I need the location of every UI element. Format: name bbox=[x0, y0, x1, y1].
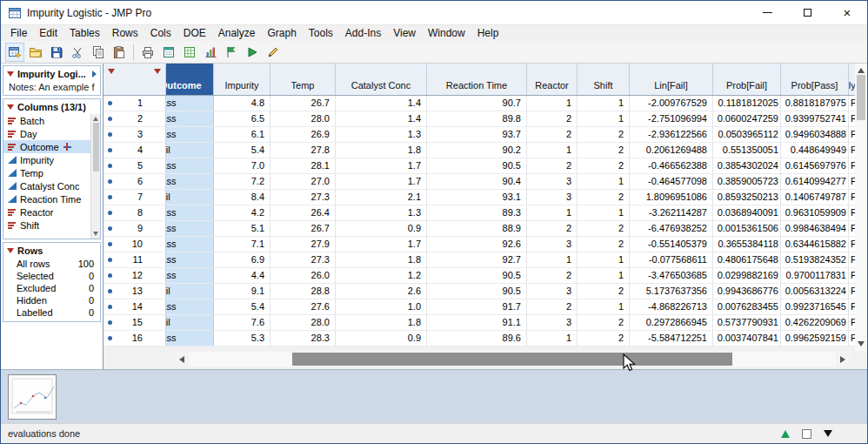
cell-prob_fail[interactable]: 0.0503965112 bbox=[713, 127, 781, 143]
cell-temp[interactable]: 27.8 bbox=[270, 143, 336, 158]
menu-view[interactable]: View bbox=[387, 25, 422, 42]
cell-reactor[interactable]: 1 bbox=[527, 205, 578, 221]
column-item-day[interactable]: Day bbox=[3, 127, 90, 140]
cell-impurity[interactable]: 6.5 bbox=[214, 111, 270, 127]
cell-prob_pass[interactable]: 0.9496034888 bbox=[781, 127, 849, 143]
cell-reaction_time[interactable]: 93.1 bbox=[427, 190, 527, 205]
cell-shift[interactable]: 2 bbox=[578, 127, 630, 143]
menu-tables[interactable]: Tables bbox=[63, 25, 106, 42]
cell-prob_fail[interactable]: 0.0015361506 bbox=[713, 221, 781, 237]
cell-prob_fail[interactable]: 0.5737790931 bbox=[713, 315, 781, 331]
cell-reaction_time[interactable]: 93.7 bbox=[427, 127, 527, 143]
cell-prob_fail[interactable]: 0.8593250213 bbox=[713, 190, 781, 205]
cell-temp[interactable]: 28.8 bbox=[270, 284, 336, 299]
column-item-catalyst-conc[interactable]: Catalyst Conc bbox=[3, 179, 90, 192]
cell-temp[interactable]: 28.0 bbox=[270, 315, 336, 331]
cell-lin_fail[interactable]: 0.2061269488 bbox=[630, 143, 713, 158]
cell-temp[interactable]: 26.7 bbox=[270, 96, 336, 111]
cell-outcome[interactable]: Pass bbox=[166, 96, 214, 111]
menu-analyze[interactable]: Analyze bbox=[212, 25, 262, 42]
cell-impurity[interactable]: 4.4 bbox=[214, 268, 270, 284]
rows-stat-all-rows[interactable]: All rows100 bbox=[3, 258, 100, 270]
row-number-cell[interactable]: 6 bbox=[103, 174, 166, 190]
cell-temp[interactable]: 28.3 bbox=[270, 331, 336, 346]
cell-impurity[interactable]: 4.2 bbox=[214, 205, 270, 221]
column-header-impurity[interactable]: Impurity bbox=[214, 64, 270, 95]
cell-shift[interactable]: 1 bbox=[578, 174, 630, 190]
row-number-cell[interactable]: 5 bbox=[103, 158, 166, 174]
close-button[interactable]: × bbox=[827, 1, 867, 24]
cell-catalyst_conc[interactable]: 1.3 bbox=[336, 205, 427, 221]
columns-scrollbar[interactable] bbox=[90, 114, 100, 239]
cell-reactor[interactable]: 2 bbox=[527, 127, 578, 143]
cell-outcome[interactable]: Fail bbox=[166, 284, 214, 299]
scroll-up-icon[interactable] bbox=[781, 430, 790, 438]
vertical-scrollbar-thumb[interactable] bbox=[857, 75, 865, 120]
row-number-cell[interactable]: 4 bbox=[103, 143, 166, 158]
cell-catalyst_conc[interactable]: 1.4 bbox=[336, 96, 427, 111]
vertical-scrollbar[interactable] bbox=[855, 64, 867, 351]
cell-lin_fail[interactable]: -2.936122566 bbox=[630, 127, 713, 143]
rows-menu-icon[interactable] bbox=[108, 69, 115, 74]
script-editor-button[interactable] bbox=[264, 43, 283, 62]
new-data-table-button[interactable] bbox=[5, 43, 24, 62]
cell-lin_fail[interactable]: 0.2972866945 bbox=[630, 315, 713, 331]
cell-outcome[interactable]: Pass bbox=[166, 127, 214, 143]
rows-stat-hidden[interactable]: Hidden0 bbox=[3, 294, 100, 306]
cell-impurity[interactable]: 6.1 bbox=[214, 127, 270, 143]
cell-prob_pass[interactable]: 0.9631059909 bbox=[781, 205, 849, 221]
cell-catalyst_conc[interactable]: 1.8 bbox=[336, 143, 427, 158]
column-header-prob-pass[interactable]: Prob[Pass] bbox=[781, 64, 849, 95]
menu-graph[interactable]: Graph bbox=[261, 25, 302, 42]
cell-lin_fail[interactable]: -3.476503685 bbox=[630, 268, 713, 284]
cell-prob_fail[interactable]: 0.0076283455 bbox=[713, 299, 781, 315]
window-list-dropdown-icon[interactable] bbox=[824, 430, 832, 437]
cell-shift[interactable]: 2 bbox=[578, 158, 630, 174]
cell-reactor[interactable]: 3 bbox=[527, 284, 578, 299]
cell-prob_pass[interactable]: 0.4262209069 bbox=[781, 315, 849, 331]
cell-prob_pass[interactable]: 0.9399752741 bbox=[781, 111, 849, 127]
cell-prob_pass[interactable]: 0.9700117831 bbox=[781, 268, 849, 284]
red-triangle-menu-icon[interactable] bbox=[7, 248, 14, 253]
cell-impurity[interactable]: 7.1 bbox=[214, 237, 270, 252]
cell-impurity[interactable]: 4.8 bbox=[214, 96, 270, 111]
cell-prob_pass[interactable]: 0.5193824352 bbox=[781, 252, 849, 268]
row-number-cell[interactable]: 14 bbox=[103, 299, 166, 315]
table-panel-header[interactable]: Impurity Logi... bbox=[3, 66, 100, 81]
cell-prob_pass[interactable]: 0.9923716545 bbox=[781, 299, 849, 315]
cell-prob_fail[interactable]: 0.4806175648 bbox=[713, 252, 781, 268]
cell-reactor[interactable]: 2 bbox=[527, 299, 578, 315]
column-header-outcome[interactable]: Outcome bbox=[166, 64, 214, 95]
cell-prob_pass[interactable]: 0.9962592159 bbox=[781, 331, 849, 346]
minimize-button[interactable] bbox=[747, 1, 787, 24]
column-item-shift[interactable]: Shift bbox=[3, 219, 90, 232]
menu-doe[interactable]: DOE bbox=[177, 25, 212, 42]
menu-cols[interactable]: Cols bbox=[144, 25, 177, 42]
cell-reaction_time[interactable]: 90.4 bbox=[427, 174, 527, 190]
cell-lin_fail[interactable]: 5.1737637356 bbox=[630, 284, 713, 299]
cell-reactor[interactable]: 3 bbox=[527, 174, 578, 190]
cell-reactor[interactable]: 1 bbox=[527, 252, 578, 268]
cell-outcome[interactable]: Pass bbox=[166, 158, 214, 174]
paste-button[interactable] bbox=[110, 43, 129, 62]
cell-prob_pass[interactable]: 0.6145697976 bbox=[781, 158, 849, 174]
cell-prob_pass[interactable]: 0.448649949 bbox=[781, 143, 849, 158]
cell-outcome[interactable]: Pass bbox=[166, 268, 214, 284]
cell-shift[interactable]: 1 bbox=[578, 96, 630, 111]
cell-lin_fail[interactable]: -4.868226713 bbox=[630, 299, 713, 315]
rows-panel-header[interactable]: Rows bbox=[3, 243, 100, 258]
cut-button[interactable] bbox=[68, 43, 87, 62]
menu-help[interactable]: Help bbox=[471, 25, 505, 42]
cell-shift[interactable]: 2 bbox=[578, 331, 630, 346]
cell-shift[interactable]: 1 bbox=[578, 111, 630, 127]
cell-lin_fail[interactable]: -6.476938252 bbox=[630, 221, 713, 237]
chevron-right-icon[interactable] bbox=[92, 71, 97, 77]
cell-shift[interactable]: 2 bbox=[578, 237, 630, 252]
cell-reaction_time[interactable]: 90.5 bbox=[427, 158, 527, 174]
cell-shift[interactable]: 2 bbox=[578, 221, 630, 237]
cell-prob_fail[interactable]: 0.0299882169 bbox=[713, 268, 781, 284]
cell-reaction_time[interactable]: 90.5 bbox=[427, 268, 527, 284]
cell-outcome[interactable]: Fail bbox=[166, 143, 214, 158]
cell-prob_fail[interactable]: 0.9943686776 bbox=[713, 284, 781, 299]
red-triangle-menu-icon[interactable] bbox=[7, 71, 14, 77]
